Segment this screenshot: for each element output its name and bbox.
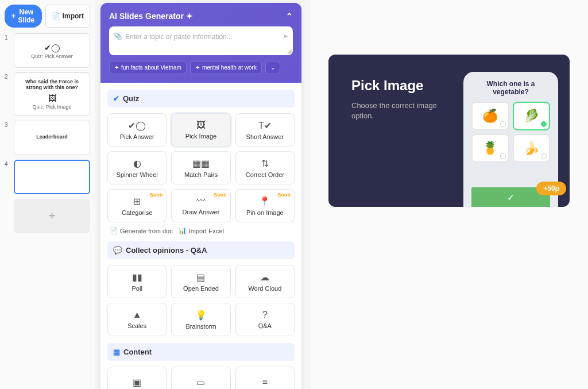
tile-pick-image[interactable]: 🖼Pick Image	[171, 113, 230, 147]
slide-thumb-2: 2 Who said the Force is strong with this…	[5, 72, 90, 116]
slide-number: 1	[5, 33, 10, 68]
radio-icon	[500, 153, 506, 159]
tile-label: Q&A	[258, 322, 272, 329]
quiz-section-header: ✔ Quiz	[107, 90, 295, 107]
tile-pin-on-image[interactable]: Soon📍Pin on Image	[235, 189, 295, 222]
tile-content-1[interactable]: ▣	[107, 367, 167, 389]
tile-open-ended[interactable]: ▤Open Ended	[171, 265, 230, 298]
tile-label: Categorise	[122, 209, 152, 216]
preview-title: Pick Image	[351, 78, 463, 94]
pick-answer-icon: ✔◯	[128, 120, 146, 131]
tile-label: Brainstorm	[185, 323, 216, 330]
quiz-tiles: ✔◯Pick Answer 🖼Pick Image T✔Short Answer…	[107, 113, 295, 222]
import-excel-link[interactable]: 📊Import Excel	[179, 227, 224, 234]
preview-area: Pick Image Choose the correct image opti…	[310, 0, 588, 389]
content-icon: ▦	[113, 348, 120, 356]
sparkle-icon: ✦	[114, 64, 119, 71]
import-icon: 📄	[52, 12, 60, 20]
slides-sidebar: + New Slide 📄 Import 1 ✔◯ Quiz: Pick Ans…	[0, 0, 95, 389]
phone-option-selected: 🥬	[513, 102, 551, 130]
option-emoji: 🍌	[524, 141, 539, 156]
ai-input-container: 📎 ➤ ◢	[109, 26, 293, 55]
soon-badge: Soon	[214, 192, 227, 198]
slide-card[interactable]: Who said the Force is strong with this o…	[14, 72, 90, 116]
tile-short-answer[interactable]: T✔Short Answer	[235, 113, 295, 147]
tile-poll[interactable]: ▮▮Poll	[107, 265, 167, 298]
section-title: Content	[123, 348, 152, 356]
check-icon: ✓	[507, 192, 514, 203]
link-label: Import Excel	[189, 228, 224, 234]
layout-icon: ▣	[133, 377, 141, 388]
resize-handle-icon[interactable]: ◢	[287, 48, 292, 54]
poll-icon: ▮▮	[132, 272, 142, 283]
radio-icon	[541, 121, 547, 127]
match-pairs-icon: ▦▦	[192, 158, 210, 169]
slide-thumb-add: +	[5, 199, 90, 233]
tile-word-cloud[interactable]: ☁Word Cloud	[235, 265, 295, 298]
phone-option: 🍊	[471, 102, 509, 130]
more-suggestions-button[interactable]: ⌄	[265, 61, 280, 74]
option-emoji: 🍍	[482, 141, 498, 156]
tile-label: Match Pairs	[184, 171, 218, 178]
tile-categorise[interactable]: Soon⊞Categorise	[107, 189, 167, 222]
chat-icon: 💬	[113, 246, 122, 255]
tile-label: Word Cloud	[248, 285, 281, 292]
content-section-header: ▦ Content	[107, 343, 295, 361]
slide-card[interactable]: Leaderboard	[14, 121, 90, 155]
tile-correct-order[interactable]: ⇅Correct Order	[235, 151, 295, 184]
ai-suggestion-chip[interactable]: ✦ mental health at work	[190, 61, 262, 74]
tile-match-pairs[interactable]: ▦▦Match Pairs	[171, 151, 230, 184]
slide-title: Leaderboard	[36, 134, 68, 140]
slide-number: 3	[5, 121, 10, 155]
ai-suggestions: ✦ fun facts about Vietnam ✦ mental healt…	[109, 61, 293, 74]
radio-icon	[500, 121, 506, 127]
doc-icon: 📄	[110, 227, 118, 234]
tile-qa[interactable]: ?Q&A	[235, 303, 295, 336]
tile-spinner-wheel[interactable]: ◐Spinner Wheel	[107, 151, 167, 184]
radio-icon	[541, 153, 547, 159]
slide-card[interactable]: ✔◯ Quiz: Pick Answer	[14, 33, 90, 68]
pick-image-icon: 🖼	[196, 120, 206, 130]
sparkle-icon: ✦	[195, 64, 200, 71]
categorise-icon: ⊞	[133, 196, 141, 207]
slide-subtitle: Quiz: Pick Image	[32, 104, 71, 110]
import-label: Import	[63, 12, 84, 20]
brainstorm-icon: 💡	[195, 310, 207, 321]
phone-options-grid: 🍊 🥬 🍍 🍌	[471, 102, 550, 163]
check-circle-icon: ✔	[113, 94, 119, 103]
preview-text: Pick Image Choose the correct image opti…	[328, 55, 463, 207]
phone-option: 🍍	[471, 134, 509, 163]
ai-suggestion-chip[interactable]: ✦ fun facts about Vietnam	[109, 61, 187, 74]
link-label: Generate from doc	[120, 228, 173, 234]
plus-icon: +	[11, 12, 16, 20]
tile-brainstorm[interactable]: 💡Brainstorm	[171, 303, 230, 336]
generate-from-doc-link[interactable]: 📄Generate from doc	[110, 227, 173, 234]
scales-icon: ▲	[133, 310, 142, 320]
send-icon[interactable]: ➤	[283, 32, 288, 40]
open-ended-icon: ▤	[196, 272, 205, 283]
preview-description: Choose the correct image option.	[351, 101, 438, 121]
tile-draw-answer[interactable]: Soon〰Draw Answer	[171, 189, 230, 222]
phone-option: 🍌	[513, 134, 551, 163]
attachment-icon[interactable]: 📎	[114, 32, 122, 40]
new-slide-button[interactable]: + New Slide	[5, 5, 42, 28]
tile-label: Pick Image	[185, 133, 216, 140]
soon-badge: Soon	[150, 192, 163, 198]
phone-question: Which one is a vegetable?	[471, 80, 550, 96]
import-button[interactable]: 📄 Import	[45, 5, 90, 28]
add-slide-button[interactable]: +	[14, 199, 90, 233]
tile-content-2[interactable]: ▭	[171, 367, 230, 389]
tile-label: Scales	[127, 322, 146, 329]
tile-content-3[interactable]: ≡	[235, 367, 295, 389]
tile-pick-answer[interactable]: ✔◯Pick Answer	[107, 113, 167, 147]
tile-scales[interactable]: ▲Scales	[107, 303, 167, 336]
cloud-icon: ☁	[260, 272, 269, 283]
collapse-icon[interactable]: ⌃	[286, 11, 293, 21]
suggestion-text: mental health at work	[202, 64, 257, 71]
spinner-icon: ◐	[133, 158, 141, 169]
tile-label: Open Ended	[183, 285, 219, 292]
slide-card-selected[interactable]	[14, 160, 90, 194]
ai-topic-input[interactable]	[114, 33, 288, 41]
excel-icon: 📊	[179, 227, 187, 234]
slide-thumb-4: 4	[5, 160, 90, 194]
